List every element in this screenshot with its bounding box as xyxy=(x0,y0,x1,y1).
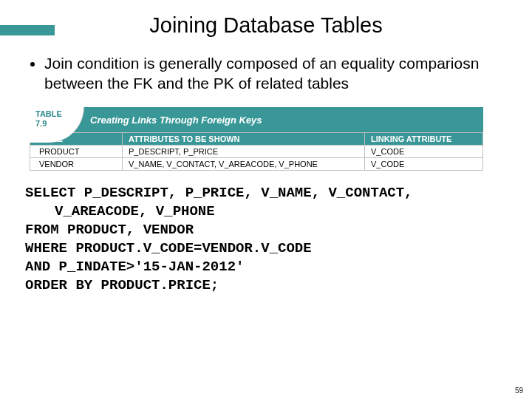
sql-line: WHERE PRODUCT.V_CODE=VENDOR.V_CODE xyxy=(25,239,507,258)
slide-title: Joining Database Tables xyxy=(25,13,507,38)
table-cell: VENDOR xyxy=(30,158,123,171)
table-cell: P_DESCRIPT, P_PRICE xyxy=(123,146,365,158)
bullet-item: Join condition is generally composed of … xyxy=(44,54,507,94)
table-grid: TABLE ATTRIBUTES TO BE SHOWN LINKING ATT… xyxy=(30,132,483,171)
sql-line: FROM PRODUCT, VENDOR xyxy=(25,221,507,239)
table-tab-label: TABLE xyxy=(35,109,62,118)
table-tab-number: 7.9 xyxy=(35,119,47,128)
sql-line: SELECT P_DESCRIPT, P_PRICE, V_NAME, V_CO… xyxy=(25,184,507,202)
sql-block: SELECT P_DESCRIPT, P_PRICE, V_NAME, V_CO… xyxy=(25,184,507,295)
sql-line: ORDER BY PRODUCT.PRICE; xyxy=(25,276,507,295)
col-header-attrs: ATTRIBUTES TO BE SHOWN xyxy=(123,133,365,146)
table-cell: V_CODE xyxy=(365,146,483,158)
sql-line: V_AREACODE, V_PHONE xyxy=(25,202,507,221)
table-caption: Creating Links Through Foreign Keys xyxy=(90,115,262,126)
table-header-bar: TABLE 7.9 Creating Links Through Foreign… xyxy=(30,107,483,132)
bullet-list: Join condition is generally composed of … xyxy=(25,54,507,94)
table-7-9: TABLE 7.9 Creating Links Through Foreign… xyxy=(30,107,483,171)
table-cell: V_NAME, V_CONTACT, V_AREACODE, V_PHONE xyxy=(123,158,365,171)
table-cell: PRODUCT xyxy=(30,146,123,158)
table-cell: V_CODE xyxy=(365,158,483,171)
col-header-link: LINKING ATTRIBUTE xyxy=(365,133,483,146)
sql-line: AND P_INDATE>'15-JAN-2012' xyxy=(25,258,507,276)
page-number: 59 xyxy=(515,386,523,395)
